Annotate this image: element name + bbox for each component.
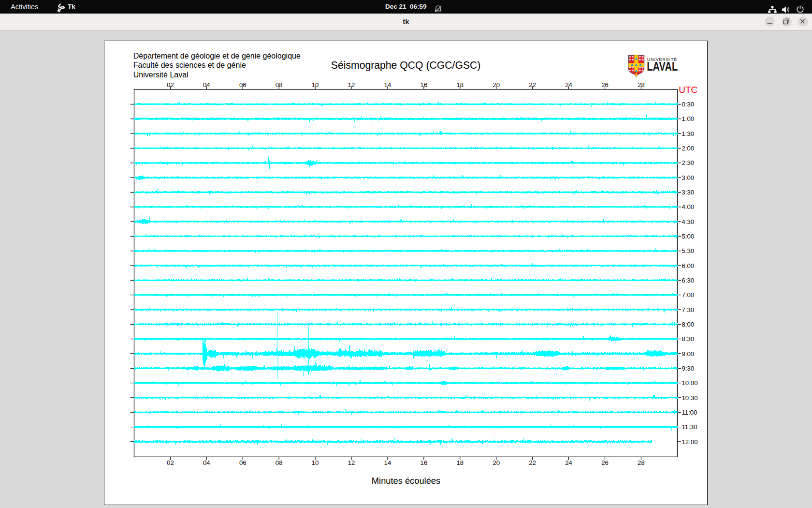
- svg-text:6:00: 6:00: [682, 262, 695, 269]
- svg-text:8:30: 8:30: [682, 335, 695, 343]
- svg-text:Séismographe QCQ (CGC/GSC): Séismographe QCQ (CGC/GSC): [331, 60, 481, 71]
- svg-text:24: 24: [565, 459, 572, 466]
- svg-text:08: 08: [276, 81, 283, 89]
- svg-text:10: 10: [312, 81, 319, 89]
- svg-text:28: 28: [638, 81, 645, 89]
- svg-text:6:30: 6:30: [682, 277, 695, 284]
- svg-text:24: 24: [565, 81, 572, 89]
- svg-text:12: 12: [348, 459, 355, 466]
- svg-text:7:00: 7:00: [682, 291, 695, 299]
- svg-text:20: 20: [493, 81, 500, 89]
- svg-text:22: 22: [529, 81, 536, 89]
- svg-text:20: 20: [493, 459, 500, 466]
- svg-text:Université Laval: Université Laval: [133, 71, 188, 79]
- svg-text:10: 10: [312, 459, 319, 466]
- svg-text:2:30: 2:30: [682, 159, 695, 166]
- svg-text:22: 22: [529, 459, 536, 466]
- svg-text:8:00: 8:00: [682, 321, 695, 328]
- svg-text:Faculté des sciences et de gén: Faculté des sciences et de génie: [133, 61, 246, 69]
- svg-text:18: 18: [456, 81, 464, 89]
- svg-text:04: 04: [203, 81, 210, 89]
- svg-text:9:30: 9:30: [682, 365, 695, 372]
- svg-text:26: 26: [601, 459, 609, 466]
- svg-text:5:00: 5:00: [682, 233, 695, 240]
- svg-text:Minutes écoulées: Minutes écoulées: [372, 476, 440, 486]
- svg-text:4:00: 4:00: [682, 203, 695, 210]
- svg-text:11:30: 11:30: [682, 423, 697, 431]
- svg-text:7:30: 7:30: [682, 306, 695, 314]
- svg-text:10:30: 10:30: [682, 394, 698, 402]
- svg-text:14: 14: [384, 81, 392, 89]
- svg-text:11:00: 11:00: [682, 409, 697, 416]
- svg-text:UTC: UTC: [679, 85, 697, 95]
- svg-text:02: 02: [167, 459, 174, 466]
- svg-text:5:30: 5:30: [682, 247, 695, 254]
- svg-text:06: 06: [239, 459, 246, 466]
- svg-text:14: 14: [384, 459, 392, 466]
- svg-text:0:30: 0:30: [682, 101, 695, 108]
- svg-text:9:00: 9:00: [682, 350, 695, 358]
- svg-text:1:30: 1:30: [682, 130, 695, 137]
- svg-text:4:30: 4:30: [682, 218, 695, 225]
- svg-text:02: 02: [167, 81, 174, 89]
- svg-text:18: 18: [456, 459, 464, 466]
- svg-text:1:00: 1:00: [682, 115, 695, 122]
- svg-text:16: 16: [420, 81, 428, 89]
- svg-text:04: 04: [203, 459, 210, 466]
- svg-text:06: 06: [239, 81, 246, 89]
- svg-text:28: 28: [638, 459, 645, 466]
- svg-text:16: 16: [420, 459, 428, 466]
- svg-text:Département de géologie et de: Département de géologie et de génie géol…: [133, 52, 301, 60]
- svg-text:10:00: 10:00: [682, 379, 698, 387]
- svg-text:3:30: 3:30: [682, 189, 695, 196]
- svg-text:LAVAL: LAVAL: [647, 59, 678, 74]
- svg-text:08: 08: [276, 459, 283, 466]
- svg-text:3:00: 3:00: [682, 174, 695, 181]
- svg-text:26: 26: [601, 81, 609, 89]
- svg-text:12:00: 12:00: [682, 438, 698, 446]
- svg-text:12: 12: [348, 81, 355, 89]
- svg-text:2:00: 2:00: [682, 145, 695, 152]
